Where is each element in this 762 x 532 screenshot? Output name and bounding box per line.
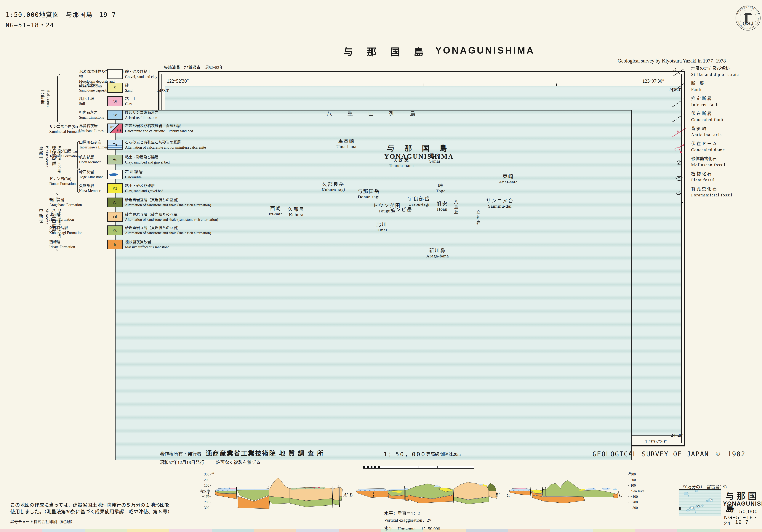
printer-note: 昇寿チャート株式会社印刷（8色刷） xyxy=(10,519,75,524)
unit-desc-jp: 石灰砂岩及び石灰礫岩 含礫砂層 xyxy=(125,123,255,128)
unit-desc-jp: 石 灰 礫 岩 xyxy=(125,170,255,175)
era-name-jp: 中新世 xyxy=(38,208,43,239)
legend-swatch: Ir xyxy=(107,240,122,249)
section-start: A xyxy=(207,492,210,498)
gsj-logo: CENTENNIAL 1982 GEOLOGICAL SURVEY OF JAP… xyxy=(734,4,762,32)
place-label: 宇良部岳 Urabu-tagi xyxy=(408,196,430,207)
place-label: 西崎 Iri-sate xyxy=(268,206,283,216)
unit-code: Ku xyxy=(108,228,122,233)
color-chip xyxy=(0,529,42,532)
map-sheet: 1:50,000地質図 与那国島 19−7 NG−51−18・24 与 那 国 … xyxy=(0,0,762,532)
inferred-fault-icon xyxy=(670,96,688,110)
unit-desc-en: Gravel, sand and clay xyxy=(125,74,255,79)
page-title-jp: 与 那 国 島 xyxy=(343,44,429,58)
unit-code: Ho xyxy=(108,157,122,162)
legend-swatch: Si xyxy=(107,96,122,106)
legend-swatch xyxy=(107,69,122,79)
corner-lat-br: 24°20′ xyxy=(671,432,683,438)
graticule-tick xyxy=(423,84,423,86)
legend-concealed-fault[interactable]: 伏 在 断 層Concealed fault xyxy=(670,111,759,125)
print-color-bar xyxy=(0,529,762,532)
unit-name-en: Aragabana Formation xyxy=(49,202,94,207)
scale-text: 1：50，000 xyxy=(384,449,426,458)
foram-icon xyxy=(670,186,688,200)
issue-date: 昭和57年12月18日発行 xyxy=(160,459,204,465)
place-label: 東崎 Anai-sate xyxy=(499,174,518,185)
unit-desc-jp: 粘土・砂層及び礫層 xyxy=(125,155,255,160)
sheet-number-line1: 1:50,000地質図 与那国島 19−7 xyxy=(6,10,116,19)
legend-molluscan-fossil[interactable]: 軟体動物化石Molluscan fossil xyxy=(670,156,759,171)
unit-desc-en: Clay xyxy=(125,101,255,107)
color-chip xyxy=(720,529,762,532)
strike-dip-icon: 15 xyxy=(670,65,688,79)
color-chip xyxy=(42,529,85,532)
unit-desc-en: Calcarenite and calcirudite Pebbly sand … xyxy=(125,128,255,133)
color-chip xyxy=(339,529,381,532)
axis-unit: m xyxy=(629,471,632,475)
cross-section-c: 300 200 100 −100 −200 −300 m Sea level C… xyxy=(497,465,650,532)
unit-code: Si xyxy=(108,99,122,104)
era-name-jp: 更新世 xyxy=(38,146,43,174)
place-label: 比川 Hinai xyxy=(376,222,387,233)
unit-code: Kz xyxy=(108,186,122,190)
unit-name-jp: 西崎層 xyxy=(49,240,94,244)
legend-concealed-dome[interactable]: 伏 在 ド ー ムConcealed dome xyxy=(670,141,759,156)
corner-lon-br: 123°07′30″ xyxy=(645,439,667,444)
unit-desc-en: Clay, sand and gravel bed xyxy=(125,189,255,193)
place-label: 久部良岳 Kubura-tagi xyxy=(322,182,345,192)
svg-text:15: 15 xyxy=(673,68,676,71)
unit-name-en: Hinai Formation xyxy=(49,217,94,222)
era-bracket xyxy=(57,74,60,123)
color-chip xyxy=(127,529,170,532)
unit-desc-en: Alternation of sandstone and shale (sand… xyxy=(125,217,255,222)
legend-swatch: So xyxy=(107,110,122,120)
graticule-tick xyxy=(290,84,290,86)
legend-swatch: Ho xyxy=(107,155,122,164)
legend-swatch: Um Ps xyxy=(107,123,122,133)
era-name-en: Miocene xyxy=(45,208,49,239)
place-label: 峠 Toge xyxy=(436,183,446,193)
corner-lon-tr: 123°07′30″ xyxy=(643,78,664,84)
titleblock-code2: 19−7 xyxy=(735,519,749,525)
color-chip xyxy=(466,529,508,532)
unit-name-jp: 久部良岳層 xyxy=(49,225,94,230)
color-chip xyxy=(423,529,466,532)
logo-center: GSJ xyxy=(742,20,754,27)
usage-note: この地図の作成に当っては、建設省国土地理院発行の５万分の１地形図を 使用しました… xyxy=(10,502,172,515)
place-label: 新川鼻 Araga-bana xyxy=(426,248,449,259)
legend-anticlinal-axis[interactable]: 背 斜 軸Anticlinal axis xyxy=(670,125,759,140)
index-map-title: 50万分の1 宮古島(19) xyxy=(683,483,726,490)
legend-inferred-fault[interactable]: 推 定 断 層Inferred fault xyxy=(670,96,759,110)
publisher-label: 著作権所有・発行者 xyxy=(160,450,201,457)
legend-foraminiferal-fossil[interactable]: 有 孔 虫 化 石Foraminiferal fossil xyxy=(670,186,759,201)
gsj-imprint: GEOLOGICAL SURVEY OF JAPAN © 1982 xyxy=(592,449,745,458)
unit-desc-jp: 石灰砂岩と有孔虫石灰砂岩の互層 xyxy=(125,140,255,145)
legend-fault[interactable]: 断 層Fault xyxy=(670,80,759,95)
exaggeration-notes: 水平：垂直＝1：2 Vertical exaggeration：2× 水平 Ho… xyxy=(384,510,440,532)
unit-desc-jp: 粘土・砂及び礫層 xyxy=(125,184,255,189)
legend-strike-dip[interactable]: 15 地層の走向及び傾斜Strike and dip of strata xyxy=(670,65,759,80)
survey-credit: Geological survey by Kiyotsura Yazaki in… xyxy=(618,58,726,64)
unit-desc-jp: 砂岩頁岩互層（砂岩勝ちの互層） xyxy=(125,212,255,217)
unit-desc-en: Alternation of sandstone and shale (shal… xyxy=(125,230,255,236)
page-title-en: YONAGUNISHIMA xyxy=(435,45,535,56)
index-map[interactable] xyxy=(679,489,721,516)
legend-swatch: Ku xyxy=(107,225,122,235)
unit-desc-en: Clay, sand bed and gravel bed xyxy=(125,160,255,165)
publisher: 通商産業省工業技術院 地 質 調 査 所 xyxy=(205,448,324,457)
anticline-icon xyxy=(670,125,688,139)
color-chip xyxy=(254,529,296,532)
unit-name-en: Kuburatagi Formation xyxy=(49,230,94,235)
legend-swatch: Ar xyxy=(107,197,122,207)
unit-desc-jp: 粘 土 xyxy=(125,96,255,101)
concealed-fault-icon xyxy=(670,111,688,124)
legend-plant-fossil[interactable]: 植 物 化 石Plant fossil xyxy=(670,171,759,186)
unit-desc-en: Alternation of calcarenite and foraminif… xyxy=(125,145,255,150)
unit-code: So xyxy=(108,113,122,117)
place-label: 天蛇鼻 Tenoda-bana xyxy=(389,158,414,168)
place-label: 祖内 Sonai xyxy=(429,153,440,164)
plant-icon xyxy=(670,171,688,185)
copy-notice: 許可なく複製を禁ずる xyxy=(216,459,261,465)
unit-desc-en: Arised reef limestone xyxy=(125,115,255,120)
color-chip xyxy=(550,529,593,532)
